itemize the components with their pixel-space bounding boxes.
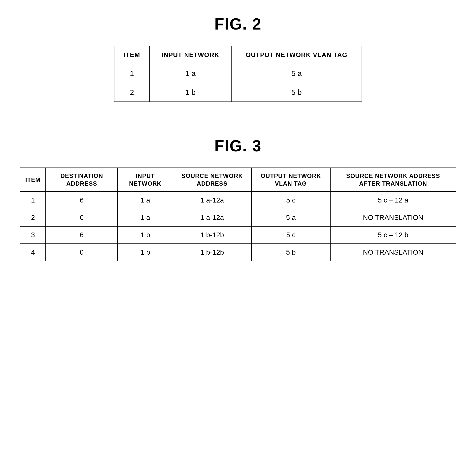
fig3-cell-0-5: 5 c – 12 a — [330, 192, 456, 209]
fig3-cell-1-4: 5 a — [251, 209, 330, 226]
fig2-col-item: ITEM — [114, 46, 150, 64]
fig3-row-1: 161 a1 a-12a5 c5 c – 12 a — [20, 192, 456, 209]
fig3-table-wrapper: ITEM DESTINATION ADDRESS INPUT NETWORK S… — [20, 168, 456, 261]
fig2-row-2: 21 b5 b — [114, 83, 362, 102]
fig3-col-dest-addr: DESTINATION ADDRESS — [46, 168, 118, 192]
fig3-cell-2-0: 3 — [20, 226, 46, 244]
fig2-col-input-network: INPUT NETWORK — [150, 46, 231, 64]
fig3-cell-3-3: 1 b-12b — [173, 244, 252, 261]
fig3-title: FIG. 3 — [214, 137, 262, 155]
fig3-cell-3-2: 1 b — [118, 244, 173, 261]
fig3-cell-0-3: 1 a-12a — [173, 192, 252, 209]
fig3-col-src-net-addr: SOURCE NETWORK ADDRESS — [173, 168, 252, 192]
fig3-row-3: 361 b1 b-12b5 c5 c – 12 b — [20, 226, 456, 244]
fig2-header-row: ITEM INPUT NETWORK OUTPUT NETWORK VLAN T… — [114, 46, 362, 64]
fig3-col-src-after-trans: SOURCE NETWORK ADDRESS AFTER TRANSLATION — [330, 168, 456, 192]
fig3-cell-3-1: 0 — [46, 244, 118, 261]
fig3-cell-3-0: 4 — [20, 244, 46, 261]
fig3-row-4: 401 b1 b-12b5 bNO TRANSLATION — [20, 244, 456, 261]
fig3-cell-1-2: 1 a — [118, 209, 173, 226]
fig2-table: ITEM INPUT NETWORK OUTPUT NETWORK VLAN T… — [114, 46, 362, 102]
fig3-cell-0-0: 1 — [20, 192, 46, 209]
fig3-cell-2-1: 6 — [46, 226, 118, 244]
fig3-col-output-vlan: OUTPUT NETWORK VLAN TAG — [251, 168, 330, 192]
fig3-table: ITEM DESTINATION ADDRESS INPUT NETWORK S… — [20, 168, 456, 261]
fig3-cell-1-1: 0 — [46, 209, 118, 226]
fig2-title: FIG. 2 — [214, 15, 262, 33]
fig3-cell-3-4: 5 b — [251, 244, 330, 261]
fig2-col-output-vlan: OUTPUT NETWORK VLAN TAG — [231, 46, 362, 64]
fig3-cell-0-1: 6 — [46, 192, 118, 209]
fig2-cell-1-1: 1 b — [150, 83, 231, 102]
fig3-cell-3-5: NO TRANSLATION — [330, 244, 456, 261]
fig2-cell-1-0: 2 — [114, 83, 150, 102]
fig2-cell-1-2: 5 b — [231, 83, 362, 102]
fig3-cell-2-2: 1 b — [118, 226, 173, 244]
fig3-cell-0-4: 5 c — [251, 192, 330, 209]
fig3-row-2: 201 a1 a-12a5 aNO TRANSLATION — [20, 209, 456, 226]
fig3-cell-0-2: 1 a — [118, 192, 173, 209]
fig2-table-wrapper: ITEM INPUT NETWORK OUTPUT NETWORK VLAN T… — [114, 46, 362, 102]
fig2-cell-0-0: 1 — [114, 64, 150, 83]
fig3-cell-1-3: 1 a-12a — [173, 209, 252, 226]
fig3-col-input-net: INPUT NETWORK — [118, 168, 173, 192]
fig2-cell-0-2: 5 a — [231, 64, 362, 83]
fig3-cell-2-5: 5 c – 12 b — [330, 226, 456, 244]
fig3-cell-2-4: 5 c — [251, 226, 330, 244]
fig3-header-row: ITEM DESTINATION ADDRESS INPUT NETWORK S… — [20, 168, 456, 192]
fig3-cell-1-0: 2 — [20, 209, 46, 226]
fig3-cell-1-5: NO TRANSLATION — [330, 209, 456, 226]
fig3-cell-2-3: 1 b-12b — [173, 226, 252, 244]
fig2-row-1: 11 a5 a — [114, 64, 362, 83]
fig3-col-item: ITEM — [20, 168, 46, 192]
fig2-cell-0-1: 1 a — [150, 64, 231, 83]
